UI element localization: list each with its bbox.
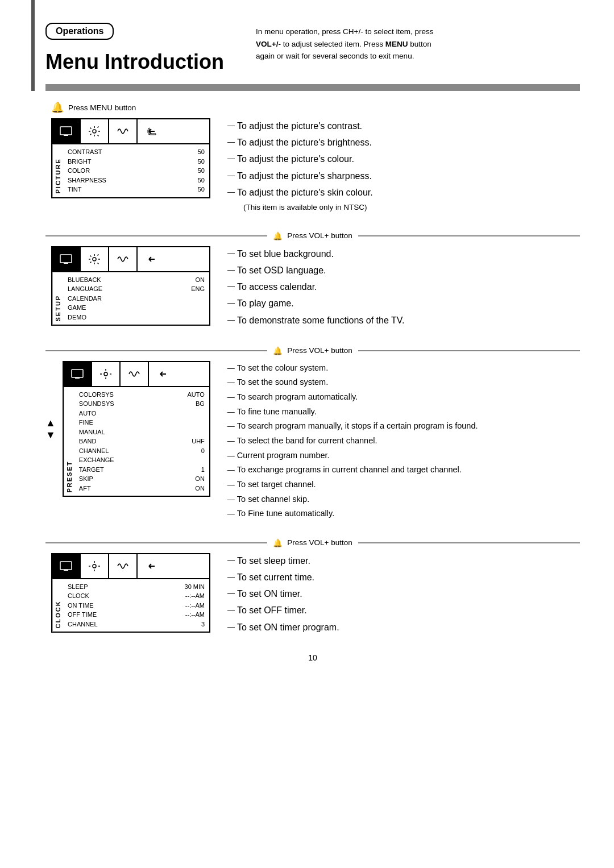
- arrow-icon-10: —: [227, 314, 235, 326]
- preset-exchange: EXCHANGE: [79, 455, 205, 465]
- annot-contrast-text: To adjust the picture's contrast.: [237, 118, 362, 134]
- h-rule-right-1: [358, 235, 580, 236]
- preset-auto: AUTO: [79, 409, 205, 418]
- speaker-icon-1: 🔔: [51, 101, 64, 114]
- setup-sidebar-label: SETUP: [52, 272, 63, 325]
- setup-screen-inner: SETUP BLUEBACKON LANGUAGEENG CALENDAR: [52, 247, 209, 325]
- arrow-icon-6: —: [227, 247, 235, 260]
- clock-menu-body: CLOCK SLEEP30 MIN CLOCK--:--AM ON TIME--…: [52, 579, 209, 632]
- clock-screen-inner: CLOCK SLEEP30 MIN CLOCK--:--AM ON TIME--…: [52, 554, 209, 632]
- speaker-icon-2: 🔔: [273, 231, 283, 240]
- arrow-down-icon: ▼: [45, 429, 56, 441]
- page-title: Menu Introduction: [45, 50, 239, 74]
- desc-line3: again or wait for several seconds to exi…: [256, 50, 580, 63]
- top-divider: [45, 84, 580, 91]
- annot-tint: — To adjust the picture's skin colour.: [227, 185, 580, 200]
- annot-ntsc-text: (This item is available only in NTSC): [243, 201, 367, 214]
- annot-demo: — To demonstrate some functions of the T…: [227, 313, 580, 328]
- annot-on-timer-prog: — To set ON timer program.: [227, 620, 580, 635]
- press-menu-label: 🔔 Press MENU button: [51, 101, 580, 114]
- svg-rect-9: [60, 562, 72, 570]
- annot-skip: — To set channel skip.: [227, 492, 580, 506]
- annot-soundsys: — To set the sound system.: [227, 375, 580, 389]
- clock-icon-row: [52, 554, 209, 579]
- header: Operations Menu Introduction In menu ope…: [45, 23, 580, 74]
- preset-icon-gear: [92, 362, 121, 386]
- setup-annotations: — To set blue background. — To set OSD l…: [210, 246, 580, 329]
- operations-badge: Operations: [45, 23, 114, 40]
- annot-skip-text: To set channel skip.: [237, 492, 309, 506]
- arrow-icon-16: —: [227, 435, 235, 447]
- divider-vol2: 🔔 Press VOL+ button: [45, 346, 580, 355]
- vol-label-3: 🔔 Press VOL+ button: [273, 538, 352, 547]
- arrow-icon-13: —: [227, 391, 235, 404]
- annot-contrast: — To adjust the picture's contrast.: [227, 118, 580, 134]
- clock-icon-tv: [52, 554, 81, 578]
- arrow-icon-11: —: [227, 362, 235, 375]
- annot-auto: — To search program automatically.: [227, 390, 580, 404]
- preset-menu-screen: PRESET COLORSYSAUTO SOUNDSYSBG AUTO: [63, 361, 210, 497]
- setup-icon-tv: [52, 247, 81, 271]
- svg-rect-1: [64, 135, 68, 136]
- arrow-icon-17: —: [227, 450, 235, 462]
- arrow-icon-23: —: [227, 571, 235, 583]
- preset-screen-wrapper: ▲ ▼: [45, 361, 210, 497]
- preset-screen-inner: PRESET COLORSYSAUTO SOUNDSYSBG AUTO: [64, 362, 209, 496]
- preset-annotations: — To set the colour system. — To set the…: [210, 361, 580, 521]
- svg-rect-7: [75, 377, 80, 379]
- setup-item-demo: DEMO: [68, 313, 205, 322]
- h-rule-right-2: [358, 350, 580, 351]
- annot-fine: — To fine tune manually.: [227, 405, 580, 419]
- arrow-icon-22: —: [227, 554, 235, 567]
- clock-icon-back: [138, 554, 166, 578]
- preset-menu-content: COLORSYSAUTO SOUNDSYSBG AUTO FINE: [74, 387, 209, 496]
- setup-menu-body: SETUP BLUEBACKON LANGUAGEENG CALENDAR: [52, 272, 209, 325]
- annot-exchange-text: To exchange programs in current channel …: [237, 463, 462, 477]
- arrow-icon-8: —: [227, 280, 235, 293]
- icon-wave: [109, 119, 138, 143]
- arrow-icon-26: —: [227, 621, 235, 633]
- setup-icon-row: [52, 247, 209, 272]
- arrow-icon-5: —: [227, 186, 235, 198]
- annot-manual: — To search program manually, it stops i…: [227, 419, 580, 433]
- picture-sidebar-label: PICTURE: [52, 144, 63, 197]
- annot-auto-text: To search program automatically.: [237, 390, 358, 404]
- preset-section: ▲ ▼: [45, 361, 580, 521]
- setup-item-game: GAME: [68, 303, 205, 313]
- annot-color-text: To adjust the picture's colour.: [237, 151, 354, 167]
- arrow-icon-3: —: [227, 152, 235, 165]
- setup-menu-screen: SETUP BLUEBACKON LANGUAGEENG CALENDAR: [51, 246, 210, 326]
- svg-rect-6: [72, 369, 83, 377]
- annot-language-text: To set OSD language.: [237, 263, 326, 278]
- annot-band-text: To select the band for current channel.: [237, 434, 377, 448]
- h-rule-left-2: [45, 350, 267, 351]
- arrow-icon-19: —: [227, 479, 235, 491]
- preset-aft: AFTON: [79, 484, 205, 493]
- page-number: 10: [45, 653, 580, 662]
- annot-demo-text: To demonstrate some functions of the TV.: [237, 313, 404, 328]
- annot-channel-num: — Current program number.: [227, 448, 580, 463]
- preset-icon-back: [149, 362, 177, 386]
- annot-colorsys-text: To set the colour system.: [237, 361, 328, 375]
- clock-offtime: OFF TIME--:--AM: [68, 610, 205, 620]
- annot-off-timer-text: To set OFF timer.: [237, 603, 307, 618]
- annot-bright: — To adjust the picture's brightness.: [227, 135, 580, 150]
- press-vol-1-text: Press VOL+ button: [287, 231, 352, 240]
- preset-menu-body: PRESET COLORSYSAUTO SOUNDSYSBG AUTO: [64, 387, 209, 496]
- setup-item-blueback: BLUEBACKON: [68, 275, 205, 285]
- preset-menu-row: ▲ ▼: [45, 361, 580, 521]
- preset-channel: CHANNEL0: [79, 446, 205, 456]
- arrow-icon-20: —: [227, 493, 235, 506]
- annot-soundsys-text: To set the sound system.: [237, 375, 328, 389]
- annot-target-text: To set target channel.: [237, 477, 316, 492]
- clock-sidebar-label: CLOCK: [52, 579, 63, 632]
- clock-menu-screen: CLOCK SLEEP30 MIN CLOCK--:--AM ON TIME--…: [51, 553, 210, 633]
- picture-menu-row: PICTURE CONTRAST50 BRIGHT50 COLOR50: [45, 118, 580, 214]
- preset-arrows: ▲ ▼: [45, 417, 56, 441]
- arrow-icon-2: —: [227, 136, 235, 148]
- press-menu-text: Press MENU button: [68, 103, 136, 112]
- svg-rect-10: [64, 570, 68, 571]
- page: Operations Menu Introduction In menu ope…: [0, 0, 614, 868]
- svg-point-5: [93, 258, 96, 261]
- clock-menu-content: SLEEP30 MIN CLOCK--:--AM ON TIME--:--AM …: [63, 579, 209, 632]
